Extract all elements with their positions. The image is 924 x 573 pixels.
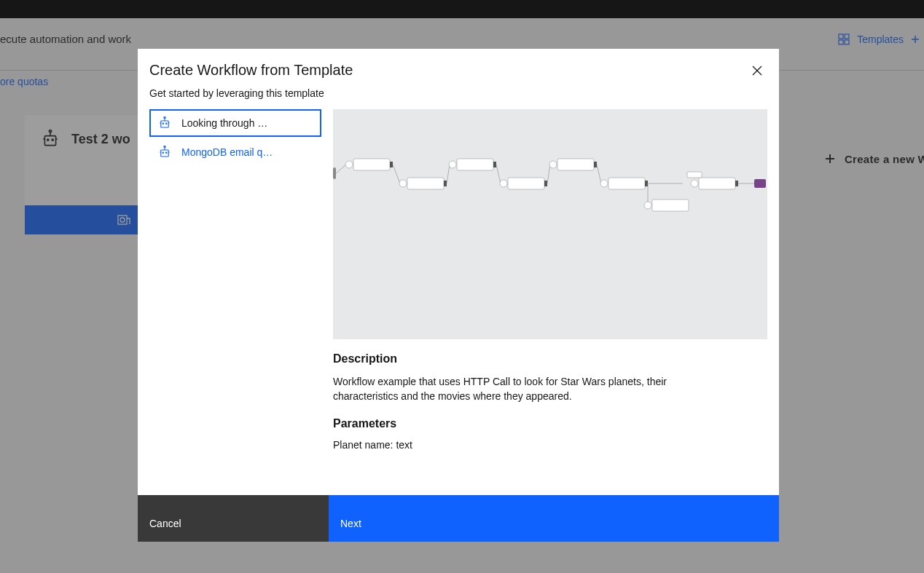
svg-point-22: [163, 123, 164, 125]
svg-line-34: [336, 165, 346, 173]
modal-subtitle: Get started by leveraging this template: [149, 87, 767, 99]
next-button[interactable]: Next: [329, 495, 779, 542]
svg-rect-49: [544, 181, 547, 186]
svg-rect-64: [699, 178, 735, 189]
workflow-diagram: [333, 154, 767, 220]
template-item-mongodb-email[interactable]: MongoDB email q…: [149, 138, 321, 166]
modal-header: Create Workflow from Template Get starte…: [138, 49, 779, 109]
template-item-looking-through[interactable]: Looking through …: [149, 109, 321, 137]
svg-point-47: [500, 180, 507, 187]
svg-rect-67: [754, 179, 766, 188]
svg-rect-44: [457, 159, 493, 170]
svg-line-42: [447, 165, 450, 183]
svg-point-43: [449, 161, 456, 168]
create-workflow-modal: Create Workflow from Template Get starte…: [138, 49, 779, 542]
svg-rect-57: [645, 181, 648, 186]
svg-rect-36: [353, 159, 390, 170]
svg-rect-41: [444, 181, 447, 186]
description-heading: Description: [333, 352, 767, 365]
svg-point-35: [345, 161, 353, 168]
svg-line-54: [597, 165, 601, 183]
svg-rect-26: [161, 150, 169, 157]
svg-point-51: [549, 161, 557, 168]
robot-icon: [158, 146, 171, 159]
template-item-label: MongoDB email q…: [181, 146, 273, 158]
template-detail: Description Workflow example that uses H…: [333, 109, 767, 478]
svg-rect-40: [407, 178, 444, 189]
close-icon: [751, 65, 763, 76]
svg-point-59: [644, 202, 651, 209]
cancel-button[interactable]: Cancel: [138, 495, 329, 542]
template-list: Looking through … MongoDB email q…: [149, 109, 321, 478]
workflow-preview: [333, 109, 767, 339]
parameters-text: Planet name: text: [333, 439, 767, 451]
svg-rect-52: [557, 159, 594, 170]
svg-point-30: [166, 152, 168, 154]
svg-rect-60: [652, 199, 689, 211]
svg-rect-19: [161, 121, 169, 127]
svg-rect-56: [608, 178, 645, 189]
svg-point-63: [691, 180, 698, 187]
modal-title: Create Workflow from Template: [149, 62, 767, 79]
app-top-bar: [0, 0, 924, 18]
modal-footer: Cancel Next: [138, 495, 779, 542]
close-button[interactable]: [745, 59, 769, 82]
svg-rect-65: [735, 181, 738, 186]
robot-icon: [158, 116, 171, 130]
svg-rect-62: [687, 172, 702, 178]
svg-rect-53: [594, 162, 597, 167]
modal-overlay[interactable]: Create Workflow from Template Get starte…: [0, 18, 924, 573]
svg-point-23: [166, 123, 168, 125]
svg-point-55: [600, 180, 608, 187]
template-item-label: Looking through …: [181, 117, 267, 129]
svg-line-50: [547, 165, 550, 183]
svg-line-38: [393, 165, 400, 183]
modal-body: Looking through … MongoDB email q…: [138, 109, 779, 495]
svg-rect-33: [333, 167, 336, 179]
svg-rect-48: [508, 178, 544, 189]
svg-point-39: [399, 180, 407, 187]
svg-rect-37: [390, 162, 393, 167]
svg-rect-45: [493, 162, 496, 167]
svg-line-46: [496, 165, 501, 183]
svg-point-29: [163, 152, 164, 154]
description-text: Workflow example that uses HTTP Call to …: [333, 374, 697, 404]
parameters-heading: Parameters: [333, 417, 767, 430]
